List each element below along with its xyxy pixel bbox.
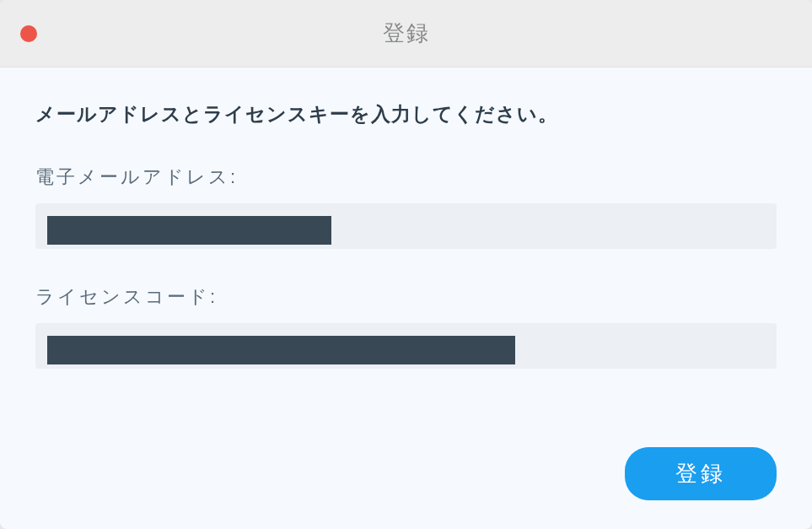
- content-area: メールアドレスとライセンスキーを入力してください。 電子メールアドレス: ライセ…: [0, 67, 812, 529]
- email-field-group: 電子メールアドレス:: [35, 165, 777, 249]
- license-label: ライセンスコード:: [35, 284, 777, 310]
- register-button[interactable]: 登録: [625, 447, 777, 500]
- email-input[interactable]: [35, 203, 777, 249]
- titlebar: 登録: [0, 0, 812, 67]
- registration-window: 登録 メールアドレスとライセンスキーを入力してください。 電子メールアドレス: …: [0, 0, 812, 529]
- license-field-group: ライセンスコード:: [35, 284, 777, 369]
- license-input[interactable]: [35, 323, 777, 369]
- redacted-email-value: [47, 216, 331, 245]
- window-title: 登録: [0, 19, 812, 48]
- email-label: 電子メールアドレス:: [35, 165, 777, 190]
- redacted-license-value: [47, 336, 515, 364]
- instruction-text: メールアドレスとライセンスキーを入力してください。: [35, 101, 777, 127]
- footer-actions: 登録: [35, 447, 777, 500]
- close-button[interactable]: [20, 25, 37, 42]
